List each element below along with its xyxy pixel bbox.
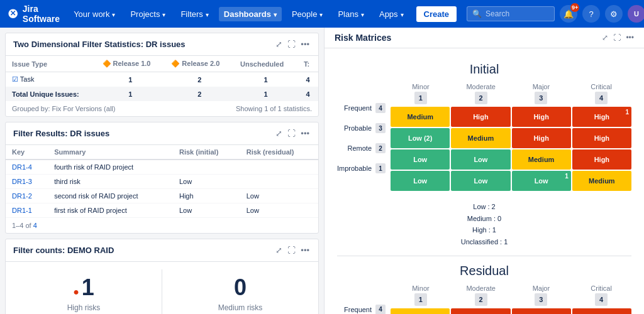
key-cell[interactable]: DR1-2 [6,189,48,203]
cell-1-2: High [451,107,510,127]
filter-row: DR1-2 second risk of RAID project High L… [6,189,318,203]
residual-grid-main: Minor Moderate Major Critical 1 2 3 4 Me… [391,284,631,314]
expand-icon[interactable]: ⤢ [274,38,284,50]
res-cell-1-1: Medium [391,308,450,314]
widget2-title: Filter Results: DR issues [13,129,272,138]
medium-risk-box: 0 Medium risks [162,262,318,314]
residual-grid-rows: Medium High High High Low Medium High Hi… [391,308,631,314]
widget1-footer: Grouped by: Fix For Versions (all) Showi… [6,101,318,116]
col-key: Key [6,145,48,160]
more-icon2[interactable]: ••• [299,127,311,139]
key-cell[interactable]: DR1-1 [6,203,48,218]
cell-2-4: High [572,128,631,148]
col-release2: 🔶 Release 2.0 [165,56,234,72]
issue-type-cell: ☑ Task [6,72,96,87]
widget-two-dimensional: Two Dimensional Filter Statistics: DR is… [5,33,319,117]
medium-label: Medium risks [218,303,263,312]
notification-badge: 9+ [570,3,579,12]
risk-panel-header: Risk Matrices ⤢ ⛶ ••• [325,28,644,48]
initial-section-title: Initial [337,62,631,77]
nav-your-work[interactable]: Your work [69,7,120,21]
cell-3-1: Low [391,149,450,170]
nav-people[interactable]: People [287,7,328,21]
key-cell[interactable]: DR1-3 [6,175,48,189]
initial-row-labels: Frequent 4 Probable 3 Remote 2 Improbabl… [337,83,391,178]
summary-cell: fourth risk of RAID project [48,160,173,175]
footer-range: 1–4 of [12,222,33,229]
risk-fullscreen-icon[interactable]: ⛶ [613,33,621,42]
left-panel: Two Dimensional Filter Statistics: DR is… [0,28,324,314]
initial-col-nums: 1 2 3 4 [391,92,631,104]
initial-cell: High [173,189,240,203]
risk-actions: ⤢ ⛶ ••• [602,33,634,42]
more-icon3[interactable]: ••• [299,244,311,256]
initial-cell: Low [173,203,240,218]
right-panel: Risk Matrices ⤢ ⛶ ••• Initial Frequent 4… [324,28,644,314]
search-placeholder: Search [486,9,509,18]
more-icon[interactable]: ••• [299,38,311,50]
cell-2-2: Medium [451,128,510,148]
total-total: 4 [297,87,318,102]
initial-grid-main: Minor Moderate Major Critical 1 2 3 4 Me… [391,83,631,191]
risk-content: Initial Frequent 4 Probable 3 Remote 2 [325,48,644,314]
counts-body: ● 1 High risks 0 Medium risks [6,262,318,314]
app-logo[interactable]: Jira Software [8,4,64,24]
footer-grouped: Grouped by: Fix For Versions (all) [12,105,115,112]
expand-icon3[interactable]: ⤢ [274,244,284,256]
table-row: ☑ Task 1 2 1 4 [6,72,318,87]
medium-count: 0 [234,274,247,301]
residual-cell: Low [240,189,318,203]
col-release1: 🔶 Release 1.0 [96,56,165,72]
key-cell[interactable]: DR1-4 [6,160,48,175]
nav-dashboards[interactable]: Dashboards [219,7,282,21]
expand-icon2[interactable]: ⤢ [274,127,284,139]
widget1-header: Two Dimensional Filter Statistics: DR is… [6,33,318,56]
cell-3-2: Low [451,149,510,170]
widget1-table: Issue Type 🔶 Release 1.0 🔶 Release 2.0 U… [6,56,318,101]
grid-row-1: Medium High High High1 [391,107,631,127]
residual-col-headers: Minor Moderate Major Critical [391,284,631,292]
fullscreen-icon[interactable]: ⛶ [286,38,297,50]
cell-2-1: Low (2) [391,128,450,148]
nav-filters[interactable]: Filters [175,7,213,21]
residual-cell: Low [240,203,318,218]
res-cell-1-4: High [572,308,631,314]
section-divider [337,256,631,256]
high-risk-box: ● 1 High risks [6,262,162,314]
res-cell-1-3: High [512,308,571,314]
col-risk-initial: Risk (initial) [173,145,240,160]
widget-counts: Filter counts: DEMO RAID ⤢ ⛶ ••• ● 1 Hig… [5,239,319,314]
row-label-remote: Remote 2 [337,138,391,158]
search-box[interactable]: 🔍 Search [467,6,555,21]
cell-3-3: Medium [512,149,571,170]
cell-1-1: Medium [391,107,450,127]
residual-col-nums: 1 2 3 4 [391,293,631,306]
top-nav: Jira Software Your work Projects Filters… [0,0,644,28]
nav-projects[interactable]: Projects [125,7,170,21]
footer-link[interactable]: 4 [33,222,37,229]
grid-row-2: Low (2) Medium High High [391,128,631,148]
settings-button[interactable]: ⚙ [605,5,623,23]
fullscreen-icon3[interactable]: ⛶ [286,244,297,256]
risk-expand-icon[interactable]: ⤢ [602,33,608,42]
row-label-improbable: Improbable 1 [337,158,391,178]
risk-more-icon[interactable]: ••• [626,33,634,42]
fullscreen-icon2[interactable]: ⛶ [286,127,297,139]
widget3-header: Filter counts: DEMO RAID ⤢ ⛶ ••• [6,239,318,262]
res-grid-row-1: Medium High High High [391,308,631,314]
total-row: Total Unique Issues: 1 2 1 4 [6,87,318,102]
high-count-row: ● 1 [73,274,94,301]
cell-4-3: Low1 [512,171,571,191]
user-avatar[interactable]: U [628,5,644,23]
initial-col-headers: Minor Moderate Major Critical [391,83,631,90]
col-unscheduled: Unscheduled [234,56,297,72]
create-button[interactable]: Create [416,6,457,22]
residual-row-labels: Frequent 4 Probable 3 Remote 2 Improbabl… [337,284,391,314]
col-issue-type: Issue Type [6,56,96,72]
nav-plans[interactable]: Plans [333,7,369,21]
nav-apps[interactable]: Apps [374,7,409,21]
cell-3-4: High [572,149,631,170]
help-button[interactable]: ? [582,5,600,23]
widget2-header: Filter Results: DR issues ⤢ ⛶ ••• [6,122,318,145]
notifications-button[interactable]: 🔔 9+ [560,5,577,23]
